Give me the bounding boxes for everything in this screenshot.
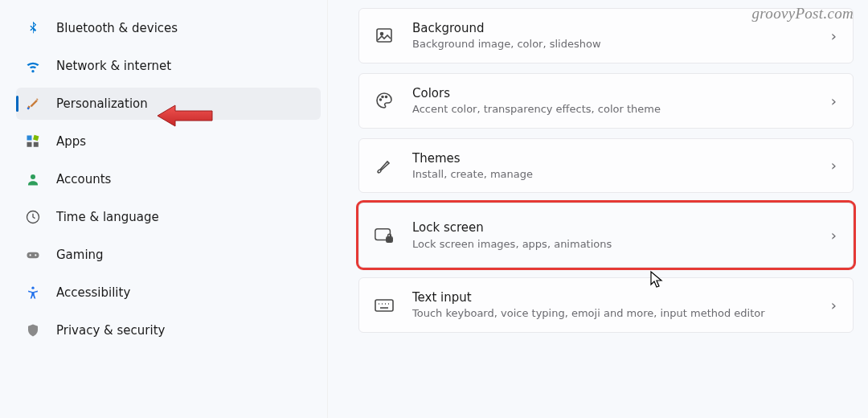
card-subtitle: Background image, color, slideshow <box>412 37 823 51</box>
main-content: Background Background image, color, slid… <box>328 0 868 418</box>
settings-layout: Bluetooth & devices Network & internet P… <box>0 0 868 418</box>
chevron-right-icon: › <box>831 92 837 109</box>
card-title: Background <box>412 20 823 36</box>
keyboard-icon <box>374 295 395 316</box>
sidebar-item-network-internet[interactable]: Network & internet <box>16 50 321 82</box>
paintbrush-icon <box>24 95 42 113</box>
svg-point-7 <box>30 254 31 256</box>
svg-point-8 <box>35 254 36 256</box>
svg-rect-6 <box>27 252 39 259</box>
sidebar-item-gaming[interactable]: Gaming <box>16 239 321 271</box>
picture-icon <box>374 25 395 46</box>
sidebar: Bluetooth & devices Network & internet P… <box>0 0 328 418</box>
sidebar-item-label: Apps <box>56 134 86 149</box>
svg-point-9 <box>31 287 34 289</box>
sidebar-item-label: Gaming <box>56 248 104 262</box>
card-title: Themes <box>412 150 823 166</box>
card-lock-screen[interactable]: Lock screen Lock screen images, apps, an… <box>358 203 854 268</box>
sidebar-item-accounts[interactable]: Accounts <box>16 163 321 195</box>
svg-point-14 <box>386 96 387 98</box>
apps-icon <box>24 133 42 150</box>
brush-icon <box>374 155 395 176</box>
sidebar-item-privacy-security[interactable]: Privacy & security <box>16 314 321 346</box>
sidebar-item-personalization[interactable]: Personalization <box>16 88 321 120</box>
card-title: Lock screen <box>412 219 823 236</box>
sidebar-item-label: Bluetooth & devices <box>56 21 178 35</box>
sidebar-item-apps[interactable]: Apps <box>16 125 321 158</box>
svg-rect-2 <box>27 142 32 147</box>
sidebar-item-label: Personalization <box>56 96 148 111</box>
svg-point-13 <box>382 96 383 98</box>
chevron-right-icon: › <box>831 297 837 314</box>
card-subtitle: Lock screen images, apps, animations <box>412 237 823 252</box>
card-subtitle: Touch keyboard, voice typing, emoji and … <box>412 306 823 321</box>
svg-rect-18 <box>375 300 393 311</box>
chevron-right-icon: › <box>831 27 837 44</box>
gamepad-icon <box>24 246 42 264</box>
card-title: Colors <box>412 85 823 101</box>
svg-rect-1 <box>33 135 39 141</box>
lock-screen-icon <box>374 225 395 246</box>
svg-point-12 <box>380 99 382 100</box>
sidebar-item-time-language[interactable]: Time & language <box>16 201 321 233</box>
card-subtitle: Accent color, transparency effects, colo… <box>412 102 823 117</box>
card-subtitle: Install, create, manage <box>412 167 823 182</box>
svg-rect-0 <box>27 136 32 141</box>
svg-rect-17 <box>387 238 392 242</box>
person-icon <box>24 170 42 188</box>
chevron-right-icon: › <box>831 227 837 244</box>
clock-globe-icon <box>24 208 42 226</box>
svg-rect-3 <box>34 142 39 147</box>
svg-point-4 <box>31 174 35 179</box>
svg-point-11 <box>381 33 383 35</box>
sidebar-item-label: Accounts <box>56 172 111 186</box>
card-themes[interactable]: Themes Install, create, manage › <box>358 138 854 194</box>
card-text-input[interactable]: Text input Touch keyboard, voice typing,… <box>358 277 854 333</box>
sidebar-item-label: Accessibility <box>56 285 130 300</box>
palette-icon <box>374 90 395 111</box>
watermark-text: groovyPost.com <box>752 5 854 23</box>
sidebar-item-label: Time & language <box>56 210 159 224</box>
bluetooth-icon <box>24 19 42 37</box>
card-colors[interactable]: Colors Accent color, transparency effect… <box>358 73 854 129</box>
card-title: Text input <box>412 289 823 305</box>
shield-icon <box>24 322 42 339</box>
wifi-icon <box>24 57 42 75</box>
sidebar-item-label: Privacy & security <box>56 323 165 338</box>
sidebar-item-label: Network & internet <box>56 59 171 73</box>
accessibility-icon <box>24 284 42 301</box>
chevron-right-icon: › <box>831 157 837 174</box>
svg-rect-10 <box>377 29 391 42</box>
sidebar-item-bluetooth-devices[interactable]: Bluetooth & devices <box>16 12 321 44</box>
sidebar-item-accessibility[interactable]: Accessibility <box>16 277 321 309</box>
